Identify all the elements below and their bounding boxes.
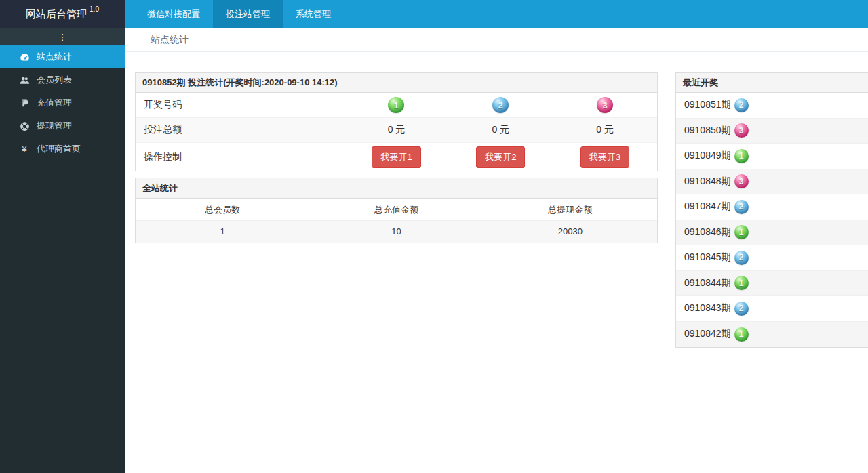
bet-amount-3: 0 元 <box>553 124 657 136</box>
recent-draws-panel: 最近开奖 0910851期 2 0910850期 3 0910849期 1 09… <box>675 72 868 348</box>
draw-period: 0910845期 <box>684 251 731 264</box>
tab-system[interactable]: 系统管理 <box>283 0 344 28</box>
open-number-2-button[interactable]: 我要开2 <box>476 146 525 168</box>
top-nav: 微信对接配置 投注站管理 系统管理 <box>134 0 344 28</box>
row-label: 操作控制 <box>136 151 344 163</box>
open-number-1-button[interactable]: 我要开1 <box>372 146 420 168</box>
draw-list-item: 0910848期 3 <box>676 169 868 195</box>
sidebar-toggle[interactable]: ⋮ <box>0 28 125 45</box>
sidebar-item-label: 会员列表 <box>37 74 72 86</box>
brand-version: 1.0 <box>90 5 99 13</box>
col-header-total-members: 总会员数 <box>136 199 309 221</box>
draw-list-item: 0910849期 1 <box>676 144 868 169</box>
lottery-ball: 1 <box>734 149 749 163</box>
draw-period: 0910844期 <box>684 277 731 289</box>
main-content: 站点统计 0910852期 投注统计(开奖时间:2020-09-10 14:12… <box>125 28 868 473</box>
draw-period: 0910843期 <box>684 302 731 314</box>
total-members-value: 1 <box>136 221 309 243</box>
lottery-ball: 1 <box>734 327 749 342</box>
controls-row: 操作控制 我要开1 我要开2 我要开3 <box>136 143 657 171</box>
draw-list-item: 0910844期 1 <box>676 271 868 297</box>
sidebar-menu: 站点统计 会员列表 充值管理 提现管理 ¥ 代理商首页 <box>0 45 125 161</box>
tab-betting-station[interactable]: 投注站管理 <box>213 0 283 28</box>
site-stats-values-row: 1 10 20030 <box>136 221 657 243</box>
sidebar-item-agent-home[interactable]: ¥ 代理商首页 <box>0 138 125 161</box>
site-stats-header-row: 总会员数 总充值金额 总提现金额 <box>136 199 657 221</box>
bet-amounts-row: 投注总额 0 元 0 元 0 元 <box>136 118 657 143</box>
lottery-ball: 1 <box>734 225 749 239</box>
row-label: 开奖号码 <box>136 99 344 111</box>
draw-list-item: 0910847期 2 <box>676 194 868 220</box>
breadcrumb: 站点统计 <box>125 28 868 52</box>
lottery-ball-3: 3 <box>597 97 613 113</box>
draw-numbers-row: 开奖号码 1 2 3 <box>136 93 657 118</box>
draw-period: 0910849期 <box>684 150 731 162</box>
tab-wechat-config[interactable]: 微信对接配置 <box>134 0 213 28</box>
paypal-icon <box>19 98 30 108</box>
lottery-ball: 2 <box>734 302 749 316</box>
sidebar-item-label: 代理商首页 <box>37 143 81 155</box>
col-header-total-withdraw: 总提现金额 <box>484 199 657 221</box>
draw-list-item: 0910843期 2 <box>676 296 868 322</box>
total-recharge-value: 10 <box>309 221 483 243</box>
bet-amount-2: 0 元 <box>448 124 553 136</box>
sidebar-item-recharge[interactable]: 充值管理 <box>0 91 125 115</box>
lottery-ball: 2 <box>734 200 749 214</box>
lottery-ball: 3 <box>734 123 749 138</box>
draw-list-item: 0910851期 2 <box>676 93 868 119</box>
row-label: 投注总额 <box>136 124 344 136</box>
recent-draws-title: 最近开奖 <box>676 73 868 93</box>
yen-icon: ¥ <box>19 144 30 155</box>
draw-period: 0910842期 <box>684 328 731 340</box>
draw-period: 0910850期 <box>684 125 731 137</box>
brand-logo[interactable]: 网站后台管理 1.0 <box>0 0 125 28</box>
brand-title: 网站后台管理 <box>26 8 87 21</box>
sidebar-item-label: 提现管理 <box>37 120 72 132</box>
sidebar-item-label: 充值管理 <box>37 97 72 109</box>
draw-list-item: 0910850期 3 <box>676 119 868 144</box>
users-icon <box>19 75 30 85</box>
bet-amount-1: 0 元 <box>344 124 449 136</box>
open-number-3-button[interactable]: 我要开3 <box>580 146 629 168</box>
total-withdraw-value: 20030 <box>484 221 657 243</box>
breadcrumb-divider <box>144 35 144 45</box>
lottery-ball: 3 <box>734 174 749 188</box>
draw-period: 0910846期 <box>684 226 731 239</box>
draw-list-item: 0910846期 1 <box>676 220 868 246</box>
lottery-ball: 2 <box>734 98 749 112</box>
draw-list-item: 0910842期 1 <box>676 322 868 348</box>
sidebar-item-label: 站点统计 <box>37 51 72 63</box>
sidebar-item-withdraw[interactable]: 提现管理 <box>0 115 125 138</box>
bet-stats-panel: 0910852期 投注统计(开奖时间:2020-09-10 14:12) 开奖号… <box>135 72 658 171</box>
draw-list-item: 0910845期 2 <box>676 245 868 271</box>
site-stats-title: 全站统计 <box>136 178 657 199</box>
site-stats-panel: 全站统计 总会员数 总充值金额 总提现金额 1 10 20030 <box>135 178 658 243</box>
lottery-ball: 2 <box>734 251 749 265</box>
lottery-ball: 1 <box>734 276 749 290</box>
col-header-total-recharge: 总充值金额 <box>309 199 483 221</box>
app-header: 网站后台管理 1.0 微信对接配置 投注站管理 系统管理 <box>0 0 868 28</box>
recent-draws-list: 0910851期 2 0910850期 3 0910849期 1 0910848… <box>676 93 868 347</box>
bet-panel-title: 0910852期 投注统计(开奖时间:2020-09-10 14:12) <box>136 73 657 93</box>
lottery-ball-1: 1 <box>388 97 404 113</box>
draw-period: 0910851期 <box>684 99 731 111</box>
sidebar-item-members[interactable]: 会员列表 <box>0 68 125 91</box>
lottery-ball-2: 2 <box>492 97 509 113</box>
draw-period: 0910848期 <box>684 176 731 188</box>
sidebar-item-site-stats[interactable]: 站点统计 <box>0 45 125 68</box>
life-ring-icon <box>19 121 30 131</box>
dashboard-icon <box>19 52 30 62</box>
ellipsis-vertical-icon: ⋮ <box>58 32 67 42</box>
sidebar: ⋮ 站点统计 会员列表 充值管理 提现管理 ¥ <box>0 28 125 473</box>
draw-period: 0910847期 <box>684 201 731 213</box>
page-title: 站点统计 <box>151 34 189 46</box>
